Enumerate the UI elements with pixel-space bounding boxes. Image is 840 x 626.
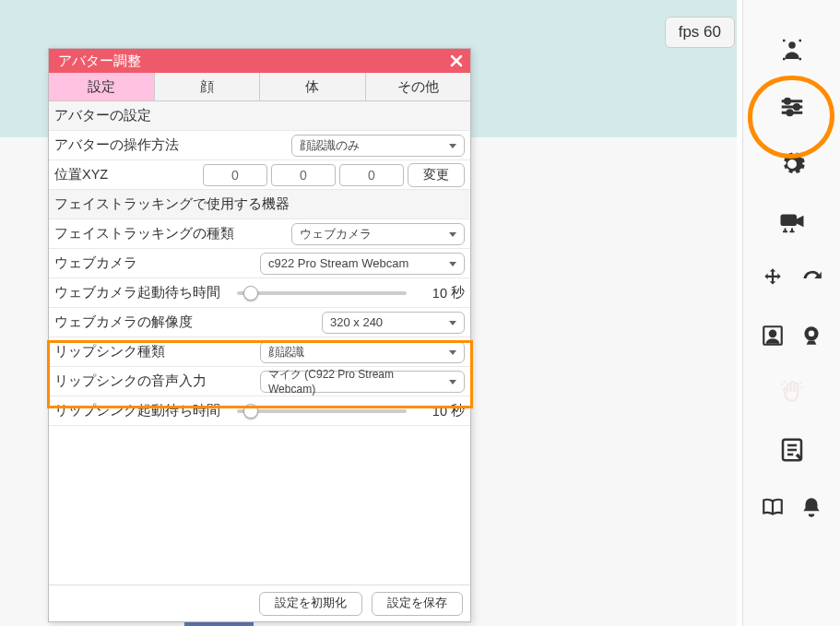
portrait-icon[interactable]: [758, 321, 787, 350]
position-y-input[interactable]: 0: [271, 164, 336, 186]
svg-point-2: [794, 105, 799, 110]
row-webcam-resolution: ウェブカメラの解像度 320 x 240: [49, 308, 470, 337]
panel-tabs: 設定 顔 体 その他: [49, 73, 470, 101]
change-button[interactable]: 変更: [408, 163, 465, 187]
section-avatar-settings: アバターの設定: [49, 101, 470, 131]
row-control-method: アバターの操作方法 顔認識のみ: [49, 131, 470, 160]
reset-settings-button[interactable]: 設定を初期化: [259, 592, 362, 616]
lipsync-audio-select[interactable]: マイク (C922 Pro Stream Webcam): [260, 371, 465, 393]
position-z-input[interactable]: 0: [339, 164, 404, 186]
facetrack-type-select[interactable]: ウェブカメラ: [291, 223, 465, 245]
row-lipsync-wait: リップシンク起動待ち時間 10 秒: [49, 396, 470, 426]
panel-title-text: アバター調整: [58, 53, 141, 70]
camera-icon[interactable]: [777, 207, 807, 236]
tab-other[interactable]: その他: [366, 73, 471, 100]
panel-footer: 設定を初期化 設定を保存: [49, 585, 470, 621]
move-icon[interactable]: [758, 264, 787, 293]
row-webcam: ウェブカメラ c922 Pro Stream Webcam: [49, 249, 470, 278]
row-position: 位置XYZ 0 0 0 変更: [49, 160, 470, 190]
svg-point-3: [787, 111, 792, 115]
row-facetrack-type: フェイストラッキングの種類 ウェブカメラ: [49, 219, 470, 249]
row-lipsync-type: リップシンク種類 顔認識: [49, 337, 470, 367]
gear-icon[interactable]: [777, 149, 807, 179]
svg-point-8: [808, 331, 814, 337]
fps-label: fps: [679, 23, 700, 41]
svg-point-6: [769, 331, 775, 337]
svg-rect-4: [780, 215, 797, 227]
webcam-select[interactable]: c922 Pro Stream Webcam: [260, 253, 465, 275]
fps-badge: fps 60: [665, 17, 735, 48]
webcam-wait-slider[interactable]: [237, 291, 407, 295]
avatar-icon[interactable]: [777, 35, 807, 65]
redo-icon[interactable]: [797, 264, 826, 293]
section-facetrack-device: フェイストラッキングで使用する機器: [49, 190, 470, 219]
sliders-icon[interactable]: [777, 92, 807, 122]
control-method-select[interactable]: 顔認識のみ: [291, 135, 465, 157]
row-webcam-wait: ウェブカメラ起動待ち時間 10 秒: [49, 278, 470, 308]
tab-face[interactable]: 顔: [155, 73, 261, 100]
tab-settings[interactable]: 設定: [49, 73, 155, 100]
webcam-wait-value: 10: [420, 286, 447, 301]
svg-point-1: [785, 99, 789, 103]
book-icon[interactable]: [758, 492, 787, 522]
panel-titlebar[interactable]: アバター調整: [49, 49, 470, 73]
fps-value: 60: [704, 23, 721, 41]
right-toolbar: [742, 0, 840, 626]
svg-point-0: [788, 41, 796, 49]
webcam-res-select[interactable]: 320 x 240: [322, 312, 465, 334]
lipsync-wait-slider[interactable]: [237, 409, 407, 413]
panel-body: アバターの設定 アバターの操作方法 顔認識のみ 位置XYZ 0 0 0 変更 フ…: [49, 101, 470, 585]
close-icon[interactable]: [448, 53, 465, 69]
avatar-settings-panel: アバター調整 設定 顔 体 その他 アバターの設定 アバターの操作方法 顔認識の…: [48, 48, 471, 622]
position-x-input[interactable]: 0: [203, 164, 267, 186]
lipsync-wait-value: 10: [420, 404, 447, 419]
hand-icon[interactable]: [777, 378, 807, 407]
note-icon[interactable]: [777, 435, 807, 465]
webcam-icon[interactable]: [797, 321, 826, 350]
bell-icon[interactable]: [797, 492, 826, 522]
save-settings-button[interactable]: 設定を保存: [372, 592, 463, 616]
row-lipsync-audio: リップシンクの音声入力 マイク (C922 Pro Stream Webcam): [49, 367, 470, 396]
tab-body[interactable]: 体: [260, 73, 366, 100]
lipsync-type-select[interactable]: 顔認識: [260, 341, 465, 363]
